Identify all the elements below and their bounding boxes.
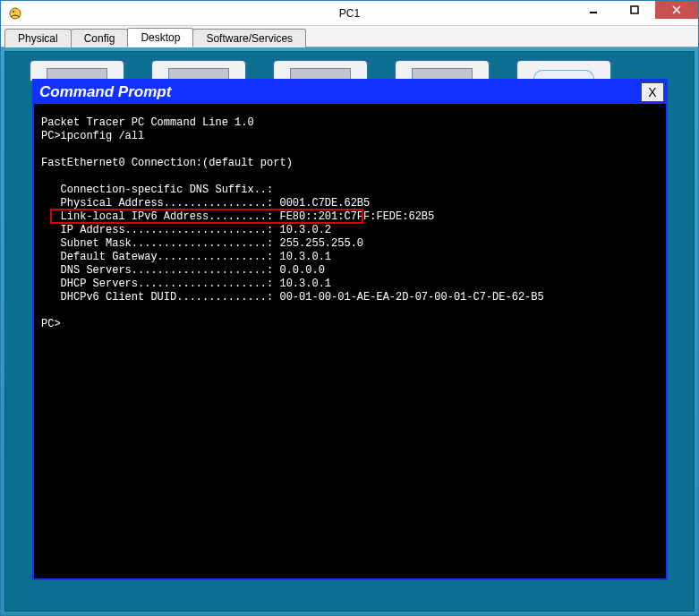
desktop-app-4[interactable]: [394, 59, 490, 81]
cmd-ip-line: IP Address......................: 10.3.0…: [41, 224, 331, 236]
app-icon: [8, 6, 22, 21]
minimize-button[interactable]: [573, 1, 614, 19]
tab-physical[interactable]: Physical: [4, 29, 72, 47]
command-prompt-close-button[interactable]: X: [641, 82, 664, 102]
window-title: PC1: [339, 7, 360, 20]
tab-config[interactable]: Config: [71, 29, 129, 47]
tab-software[interactable]: Software/Services: [192, 29, 306, 47]
cmd-dns-suffix-line: Connection-specific DNS Suffix..:: [41, 184, 279, 196]
command-prompt-titlebar: Command Prompt X: [34, 81, 666, 104]
desktop-app-5[interactable]: [516, 59, 612, 81]
cmd-prompt-line: PC>: [41, 318, 61, 330]
svg-point-1: [13, 11, 14, 13]
desktop-app-3[interactable]: [272, 59, 369, 81]
svg-rect-3: [631, 6, 638, 13]
desktop-app-2[interactable]: [150, 59, 247, 81]
window-controls: [573, 1, 698, 25]
cmd-interface-line: FastEthernet0 Connection:(default port): [41, 157, 293, 169]
command-prompt-window: Command Prompt X Packet Tracer PC Comman…: [32, 79, 668, 580]
tab-bar: Physical Config Desktop Software/Service…: [1, 26, 698, 47]
app-window: PC1 Physical Config Desktop Software/Ser…: [0, 0, 699, 616]
close-button[interactable]: [655, 1, 698, 19]
svg-point-0: [10, 8, 21, 19]
cmd-banner-line: Packet Tracer PC Command Line 1.0: [41, 116, 254, 129]
maximize-button[interactable]: [614, 1, 655, 19]
titlebar: PC1: [1, 1, 698, 26]
close-icon-label: X: [648, 85, 656, 99]
desktop-icon-row: [5, 56, 694, 81]
tab-desktop[interactable]: Desktop: [127, 28, 193, 47]
desktop-app-1[interactable]: [29, 59, 125, 81]
cmd-physical-address-line: Physical Address................: 0001.C…: [41, 197, 370, 210]
content-area: Command Prompt X Packet Tracer PC Comman…: [1, 47, 698, 615]
command-prompt-title: Command Prompt: [39, 83, 171, 101]
cmd-subnet-line: Subnet Mask.....................: 255.25…: [41, 237, 363, 250]
cmd-command-line: PC>ipconfig /all: [41, 130, 144, 142]
cmd-duid-line: DHCPv6 Client DUID..............: 00-01-…: [41, 291, 544, 304]
cmd-dhcp-line: DHCP Servers....................: 10.3.0…: [41, 278, 331, 290]
cmd-dns-line: DNS Servers.....................: 0.0.0.…: [41, 264, 325, 277]
command-prompt-body[interactable]: Packet Tracer PC Command Line 1.0 PC>ipc…: [34, 104, 666, 578]
cmd-linklocal-line: Link-local IPv6 Address.........: FE80::…: [41, 210, 434, 223]
cmd-gateway-line: Default Gateway.................: 10.3.0…: [41, 251, 331, 263]
svg-rect-2: [590, 12, 597, 13]
desktop-panel: Command Prompt X Packet Tracer PC Comman…: [4, 51, 695, 612]
